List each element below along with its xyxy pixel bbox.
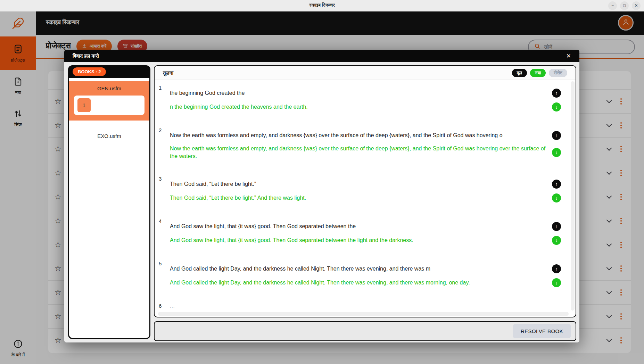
verse-incoming-text: And God called the light Day, and the da… — [170, 279, 548, 287]
accept-original-button[interactable]: ↑ — [552, 89, 561, 98]
verse-incoming-text: And God saw the light, that {it was} goo… — [170, 237, 548, 244]
verse-original-text: Then God said, “Let there be light.” — [170, 180, 548, 188]
accept-original-button[interactable]: ↑ — [552, 222, 561, 231]
verse-original-text: And God called the light Day, and the da… — [170, 265, 548, 273]
verse-incoming-text: n the beginning God created the heavens … — [170, 103, 548, 111]
verse-number: 1 — [159, 84, 170, 116]
verse-original-text: And God saw the light, that {it was} goo… — [170, 223, 548, 230]
vertical-scrollbar[interactable] — [571, 81, 575, 311]
comparison-panel: तुलना मूल नया रीसेट 1 the beginning God … — [154, 65, 576, 317]
accept-incoming-button[interactable]: ↓ — [552, 278, 561, 287]
close-window-button[interactable]: ✕ — [632, 1, 641, 10]
verse-item: 5 And God called the light Day, and the … — [159, 260, 570, 292]
minimize-button[interactable]: − — [608, 1, 617, 10]
os-titlebar: स्क्राइब स्क्रिप्चर − □ ✕ — [0, 0, 644, 11]
books-list: GEN.usfm 1 EXO.usfm — [69, 78, 149, 338]
close-icon[interactable]: ✕ — [566, 53, 571, 59]
verse-item: 2 Now the earth was formless and empty, … — [159, 127, 570, 165]
book-item-gen[interactable]: GEN.usfm 1 — [69, 81, 149, 121]
window-controls: − □ ✕ — [608, 1, 641, 10]
original-filter-button[interactable]: मूल — [512, 69, 527, 77]
verse-item: 1 the beginning God created the ↑ n the … — [159, 84, 570, 116]
chapter-strip: 1 — [74, 96, 145, 115]
new-filter-button[interactable]: नया — [530, 69, 546, 77]
app-window: प्रोजेक्ट्स नया सिंक के — [0, 0, 644, 364]
verse-ellipsis: ... — [170, 303, 175, 309]
verse-number: 2 — [159, 127, 170, 165]
comparison-title: तुलना — [163, 70, 173, 76]
verse-number: 5 — [159, 260, 170, 292]
book-name: GEN.usfm — [74, 85, 145, 91]
modal-body: BOOKS : 2 GEN.usfm 1 EXO.usfm तुलना मूल — [64, 62, 579, 342]
books-panel: BOOKS : 2 GEN.usfm 1 EXO.usfm — [68, 65, 150, 339]
verse-original-text: Now the earth was formless and empty, an… — [170, 132, 548, 139]
verse-number: 3 — [159, 175, 170, 207]
verse-incoming-text: Then God said, “Let there be light.” And… — [170, 194, 548, 202]
verse-body: the beginning God created the ↑ n the be… — [170, 84, 570, 116]
verse-body: ... — [170, 303, 570, 309]
modal-footer: RESOLVE BOOK — [154, 321, 576, 341]
verse-number: 4 — [159, 218, 170, 250]
verse-list[interactable]: 1 the beginning God created the ↑ n the … — [155, 80, 570, 311]
verse-item: 6 ... — [159, 303, 570, 311]
accept-incoming-button[interactable]: ↓ — [552, 148, 561, 157]
verse-item: 4 And God saw the light, that {it was} g… — [159, 218, 570, 250]
verse-incoming-text: Now the earth was formless and empty, an… — [170, 145, 548, 160]
comparison-header: तुलना मूल नया रीसेट — [155, 66, 576, 80]
chapter-chip-1[interactable]: 1 — [77, 98, 91, 112]
verse-body: And God saw the light, that {it was} goo… — [170, 218, 570, 250]
books-count-badge: BOOKS : 2 — [73, 67, 106, 76]
verse-item: 3 Then God said, “Let there be light.” ↑… — [159, 175, 570, 207]
accept-original-button[interactable]: ↑ — [552, 180, 561, 189]
accept-incoming-button[interactable]: ↓ — [552, 102, 561, 111]
resolve-conflict-modal: विवाद हल करो ✕ BOOKS : 2 GEN.usfm 1 EXO.… — [64, 50, 579, 342]
verse-original-text: the beginning God created the — [170, 89, 548, 97]
os-window-title: स्क्राइब स्क्रिप्चर — [0, 2, 644, 8]
reset-button[interactable]: रीसेट — [549, 69, 567, 77]
accept-incoming-button[interactable]: ↓ — [552, 236, 561, 245]
modal-title: विवाद हल करो — [73, 53, 99, 59]
accept-original-button[interactable]: ↑ — [552, 264, 561, 273]
verse-number: 6 — [159, 303, 170, 309]
verse-body: Then God said, “Let there be light.” ↑ T… — [170, 175, 570, 207]
comparison-actions: मूल नया रीसेट — [512, 69, 567, 77]
horizontal-scrollbar[interactable] — [158, 312, 569, 316]
maximize-button[interactable]: □ — [620, 1, 629, 10]
verse-body: And God called the light Day, and the da… — [170, 260, 570, 292]
accept-incoming-button[interactable]: ↓ — [552, 193, 561, 202]
verse-body: Now the earth was formless and empty, an… — [170, 127, 570, 165]
book-item-exo[interactable]: EXO.usfm — [69, 133, 149, 139]
accept-original-button[interactable]: ↑ — [552, 131, 561, 140]
modal-titlebar: विवाद हल करो ✕ — [64, 50, 579, 62]
resolve-book-button[interactable]: RESOLVE BOOK — [513, 324, 571, 338]
